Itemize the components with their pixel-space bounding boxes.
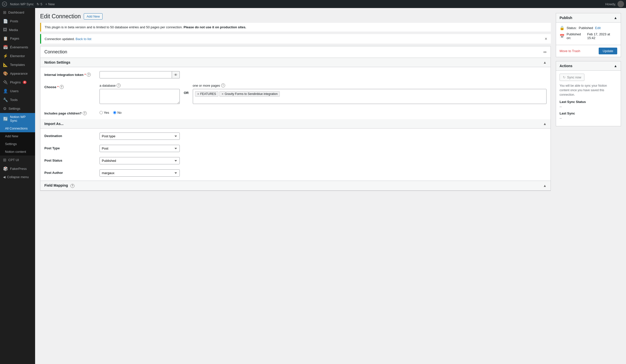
notice-close-button[interactable]: ×	[545, 37, 547, 41]
pages-tags-box[interactable]: × FEATURES × Gravity Forms to Sendinblue…	[193, 89, 547, 104]
radio-no[interactable]	[113, 111, 116, 114]
sidebar-item-all-connections[interactable]: All Connections	[0, 125, 35, 132]
admin-bar-site-name[interactable]: Notion WP Sync	[10, 2, 34, 6]
plugins-badge: 4	[23, 81, 27, 84]
database-help-icon[interactable]: ?	[117, 83, 121, 87]
post-type-select[interactable]: Post Page Custom	[100, 145, 180, 152]
choose-control: a database ? OR one or more pages	[100, 83, 547, 105]
sidebar-item-add-new[interactable]: Add New	[0, 132, 35, 140]
sidebar-item-fakerpress[interactable]: 🎲 FakerPress	[0, 164, 35, 173]
notion-settings-section: Notion Settings ▲ Internal integration t…	[40, 58, 551, 119]
sidebar-item-posts[interactable]: 📄 Posts	[0, 17, 35, 26]
actions-meta-box-header[interactable]: Actions ▲	[556, 61, 621, 71]
page-children-help-icon[interactable]: ?	[83, 111, 87, 115]
actions-chevron-icon: ▲	[614, 64, 617, 68]
token-toggle-button[interactable]: 👁	[172, 71, 180, 78]
radio-group: Yes No	[100, 110, 547, 114]
elementor-icon: ⚡	[3, 54, 8, 58]
database-label: a database ?	[100, 83, 180, 87]
publish-meta-box: Publish ▲ 🔒 Status: Published Edit 📅 Pub…	[556, 13, 621, 57]
field-mapping-help-icon[interactable]: ?	[70, 184, 74, 188]
main-column: Edit Connection Add New This plugin is i…	[40, 13, 551, 359]
tag-gravity-forms-remove[interactable]: ×	[222, 92, 224, 96]
back-to-list-link[interactable]: Back to list	[76, 37, 92, 41]
import-as-body: Destination Post type Page type Custom p…	[40, 129, 551, 181]
sidebar-item-templates[interactable]: 📐 Templates	[0, 60, 35, 69]
field-mapping-chevron-icon: ▲	[543, 184, 547, 188]
content-area: Edit Connection Add New This plugin is i…	[35, 8, 626, 364]
sidebar-collapse-button[interactable]: ◀ Collapse menu	[0, 173, 35, 181]
update-button[interactable]: Update	[599, 48, 617, 54]
choose-form-row: Choose * ? a database ?	[44, 83, 547, 105]
radio-yes-label[interactable]: Yes	[100, 111, 109, 114]
sidebar-item-settings[interactable]: ⚙ Settings	[0, 104, 35, 113]
publish-meta-box-header[interactable]: Publish ▲	[556, 13, 621, 23]
destination-select[interactable]: Post type Page type Custom post type	[100, 133, 180, 140]
admin-bar-new[interactable]: + New	[45, 2, 55, 6]
sidebar-item-appearance[interactable]: 🎨 Appearance	[0, 69, 35, 78]
connection-box: Connection ⇔ Notion Settings ▲ Internal …	[40, 46, 551, 191]
appearance-icon: 🎨	[3, 71, 8, 76]
connection-collapse-icon[interactable]: ⇔	[543, 50, 547, 54]
sidebar-item-evenements[interactable]: 📅 Évènements	[0, 43, 35, 52]
tag-features: × FEATURES	[195, 91, 218, 97]
token-input[interactable]	[100, 71, 172, 78]
token-label: Internal integration token * ?	[44, 71, 95, 77]
sidebar-item-users[interactable]: 👤 Users	[0, 87, 35, 95]
settings-icon: ⚙	[3, 106, 7, 111]
post-author-select[interactable]: margaux admin	[100, 169, 180, 177]
sidebar-item-cpt-ui[interactable]: ⊞ CPT UI	[0, 156, 35, 164]
pages-help-icon[interactable]: ?	[221, 83, 225, 87]
admin-bar-sync[interactable]: ↻ 5	[37, 2, 42, 6]
sidebar-item-notion-wp-sync[interactable]: 🔄 Notion WP Sync	[0, 113, 35, 125]
post-type-form-row: Post Type Post Page Custom	[44, 145, 547, 152]
tools-icon: 🔧	[3, 97, 8, 102]
move-to-trash-link[interactable]: Move to Trash	[560, 49, 580, 53]
notion-settings-header[interactable]: Notion Settings ▲	[40, 58, 551, 67]
destination-control: Post type Page type Custom post type	[100, 133, 547, 140]
sidebar-item-pages[interactable]: 📋 Pages	[0, 34, 35, 43]
field-mapping-header[interactable]: Field Mapping ? ▲	[40, 181, 551, 191]
post-status-select[interactable]: Published Draft Pending Private	[100, 157, 180, 164]
post-author-form-row: Post Author margaux admin	[44, 169, 547, 177]
actions-meta-box-body: ↻ Sync now You will be able to sync your…	[556, 71, 621, 126]
actions-meta-box: Actions ▲ ↻ Sync now You will be able to…	[556, 61, 621, 126]
database-input[interactable]	[100, 89, 180, 104]
sidebar-item-elementor[interactable]: ⚡ Elementor	[0, 52, 35, 60]
notion-settings-chevron-icon: ▲	[543, 60, 547, 64]
last-sync-status-label: Last Sync Status	[560, 100, 617, 104]
page-children-form-row: Includes page children? ? Yes	[44, 110, 547, 115]
tag-features-remove[interactable]: ×	[197, 92, 199, 96]
sidebar-item-tools[interactable]: 🔧 Tools	[0, 95, 35, 104]
token-help-icon[interactable]: ?	[87, 73, 91, 77]
radio-yes[interactable]	[100, 111, 103, 114]
sync-note: You will be able to sync your Notion con…	[560, 83, 617, 97]
sidebar-item-dashboard[interactable]: ⊞ Dashboard	[0, 8, 35, 17]
add-new-button[interactable]: Add New	[84, 13, 103, 20]
sidebar-item-notion-content[interactable]: Notion content	[0, 148, 35, 156]
sync-now-button[interactable]: ↻ Sync now	[560, 74, 584, 81]
dashboard-icon: ⊞	[3, 10, 6, 15]
post-status-control: Published Draft Pending Private	[100, 157, 547, 164]
sidebar-item-media[interactable]: 🖼 Media	[0, 26, 35, 34]
admin-bar-logo[interactable]: W	[2, 2, 7, 7]
import-as-header[interactable]: Import As... ▲	[40, 119, 551, 129]
post-author-label: Post Author	[44, 169, 95, 175]
page-title-row: Edit Connection Add New	[40, 13, 551, 20]
pages-icon: 📋	[3, 36, 8, 41]
import-as-chevron-icon: ▲	[543, 122, 547, 126]
sync-icon: ↻	[37, 2, 39, 6]
radio-no-label[interactable]: No	[113, 111, 122, 114]
status-edit-link[interactable]: Edit	[595, 26, 601, 30]
last-sync-label: Last Sync	[560, 111, 617, 115]
sync-icon: ↻	[563, 75, 566, 79]
choose-help-icon[interactable]: ?	[60, 85, 64, 89]
media-icon: 🖼	[3, 28, 7, 32]
cpt-ui-icon: ⊞	[3, 158, 6, 162]
plugins-icon: 🔌	[3, 80, 8, 85]
sidebar-item-plugins[interactable]: 🔌 Plugins 4	[0, 78, 35, 87]
collapse-icon: ◀	[3, 175, 6, 179]
users-icon: 👤	[3, 89, 8, 93]
calendar-icon: 📅	[560, 34, 565, 39]
sidebar-item-settings-sub[interactable]: Settings	[0, 140, 35, 148]
